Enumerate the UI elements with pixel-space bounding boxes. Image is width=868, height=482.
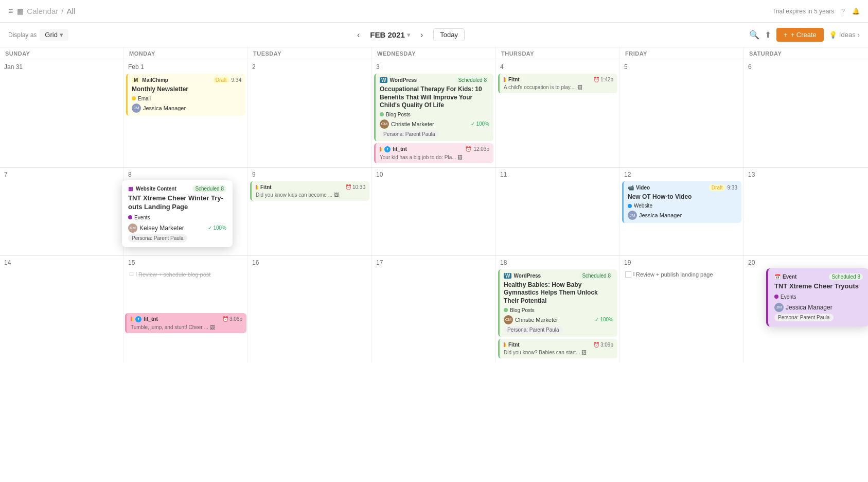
display-mode-selector[interactable]: Grid ▾: [40, 29, 68, 41]
avatar: KM: [128, 223, 137, 233]
day-feb15[interactable]: 15 ☐ Review + schedule blog post: [124, 256, 248, 363]
brand-name: Fitnt: [260, 184, 272, 190]
list-item[interactable]: Fitnt ⏰ 3:09p Did you know? Babies can s…: [498, 339, 617, 358]
day-feb18[interactable]: 18 W WordPress Scheduled 8 Healthy Babie…: [496, 256, 620, 363]
day-number: 20: [746, 258, 757, 267]
card-title: TNT Xtreme Cheer Tryouts: [774, 282, 863, 291]
card-snippet: Did you know kids can become ... 🖼: [256, 192, 365, 198]
day-feb6[interactable]: 6: [744, 60, 868, 167]
day-feb1[interactable]: Feb 1 M MailChimp Draft 9:34 Monthly New…: [124, 60, 248, 167]
top-nav: ≡ ▦ Calendar / All Trial expires in 5 ye…: [0, 0, 868, 23]
trial-text: Trial expires in 5 years: [772, 8, 834, 15]
day-number: 17: [374, 258, 385, 267]
lightbulb-icon: 💡: [829, 31, 837, 39]
list-item[interactable]: t fit_tnt ⏰ 12:03p Your kid has a big jo…: [374, 143, 493, 163]
card-brand: t fit_tnt: [380, 146, 407, 152]
hamburger-icon[interactable]: ≡: [8, 7, 13, 16]
time-label: 12:03p: [473, 146, 489, 152]
day-feb12[interactable]: 12 📹 Video Draft 9:33 New OT How-to Vide…: [620, 168, 744, 255]
create-button[interactable]: + + Create: [776, 28, 824, 42]
person-name: Christie Marketer: [515, 317, 558, 323]
expanded-card[interactable]: ▦ Website Content Scheduled 8 TNT Xtreme…: [122, 180, 233, 247]
today-button[interactable]: Today: [433, 28, 465, 41]
completion-pct: ✓ 100%: [595, 317, 613, 322]
card-brand: 📅 Event: [774, 274, 796, 280]
person-name: Jessica Manager: [639, 212, 682, 218]
week-row-1: Jan 31 Feb 1 M MailChimp Draft 9:34: [0, 60, 868, 168]
brand-name: WordPress: [389, 77, 417, 83]
ideas-button[interactable]: 💡 Ideas ›: [829, 31, 860, 39]
prev-month-button[interactable]: ‹: [353, 28, 364, 42]
brand-name: Fitnt: [508, 342, 520, 348]
day-feb9[interactable]: 9 Fitnt ⏰ 10:30: [248, 168, 372, 255]
brand-icon-small: [633, 271, 634, 277]
tag-label: Email: [138, 96, 151, 101]
day-number: 4: [498, 62, 506, 72]
calendar-container: SUNDAY MONDAY TUESDAY WEDNESDAY THURSDAY…: [0, 47, 868, 482]
list-item[interactable]: Fitnt ⏰ 10:30 Did you know kids can beco…: [250, 181, 369, 201]
list-item[interactable]: W WordPress Scheduled 8 Occupational The…: [374, 74, 493, 141]
card-brand: Fitnt: [504, 342, 520, 348]
card-snippet: A child's occupation is to play.... 🖼: [504, 84, 613, 90]
tag-dot: [128, 215, 132, 219]
day-feb4[interactable]: 4 Fitnt ⏰ 1:42p: [496, 60, 620, 167]
wordpress-logo: W: [380, 77, 387, 83]
time-label: 3:06p: [229, 316, 242, 322]
time-label: 1:42p: [600, 77, 613, 82]
day-feb13[interactable]: 13: [744, 168, 868, 255]
day-feb5[interactable]: 5: [620, 60, 744, 167]
header-monday: MONDAY: [124, 47, 248, 60]
fitnt-logo-small: [136, 271, 137, 277]
display-mode-value: Grid: [45, 31, 58, 39]
person-name: Kelsey Marketer: [139, 225, 184, 232]
bell-icon[interactable]: 🔔: [852, 8, 860, 15]
day-headers: SUNDAY MONDAY TUESDAY WEDNESDAY THURSDAY…: [0, 47, 868, 60]
day-feb7[interactable]: 7 +: [0, 168, 124, 255]
day-number: 10: [374, 170, 385, 179]
day-feb11[interactable]: 11: [496, 168, 620, 255]
day-number: 18: [498, 258, 509, 267]
twitter-icon: t: [384, 146, 391, 152]
search-button[interactable]: 🔍: [749, 30, 759, 40]
day-feb3[interactable]: 3 W WordPress Scheduled 8 Occupational T…: [372, 60, 496, 167]
card-title: Occupational Therapy For Kids: 10 Benefi…: [380, 85, 489, 110]
day-feb14[interactable]: 14: [0, 256, 124, 363]
list-item[interactable]: W WordPress Scheduled 8 Healthy Babies: …: [498, 269, 617, 337]
card-title: Monthly Newsletter: [132, 85, 241, 94]
list-item[interactable]: ☐ Review + schedule blog post: [126, 269, 245, 280]
list-item[interactable]: 📹 Video Draft 9:33 New OT How-to Video W…: [622, 181, 741, 223]
calendar-icon: ▦: [17, 7, 24, 15]
header-friday: FRIDAY: [620, 47, 744, 60]
tag-label: Events: [134, 215, 150, 220]
list-item[interactable]: M MailChimp Draft 9:34 Monthly Newslette…: [126, 74, 245, 116]
day-feb20[interactable]: 20 📅 Event Scheduled 8 TNT Xtreme Cheer …: [744, 256, 868, 363]
card-title: New OT How-to Video: [628, 193, 737, 201]
completion-pct: ✓ 100%: [208, 225, 226, 231]
mailchimp-logo: M: [132, 77, 140, 83]
tag-label: Blog Posts: [510, 307, 535, 313]
day-feb2[interactable]: 2: [248, 60, 372, 167]
persona-badge: Persona: Parent Paula: [128, 234, 187, 242]
day-feb17[interactable]: 17: [372, 256, 496, 363]
list-item[interactable]: Fitnt ⏰ 1:42p A child's occupation is to…: [498, 74, 617, 93]
time-label: 10:30: [352, 184, 365, 190]
day-feb19[interactable]: 19 Review + publish landing page: [620, 256, 744, 363]
next-month-button[interactable]: ›: [416, 28, 427, 42]
share-button[interactable]: ⬆: [765, 30, 771, 40]
expanded-event-card[interactable]: 📅 Event Scheduled 8 TNT Xtreme Cheer Try…: [766, 268, 868, 326]
tag-dot: [774, 295, 778, 299]
day-feb16[interactable]: 16: [248, 256, 372, 363]
day-jan31[interactable]: Jan 31: [0, 60, 124, 167]
tag-dot: [628, 204, 632, 208]
day-number: Feb 1: [126, 62, 146, 72]
card-brand: W WordPress: [380, 77, 417, 83]
brand-name: fit_tnt: [144, 316, 158, 322]
list-item[interactable]: t fit_tnt ⏰ 3:06p Tumble, jump, and stun…: [124, 312, 247, 334]
day-feb10[interactable]: 10: [372, 168, 496, 255]
list-item[interactable]: Review + publish landing page: [622, 269, 741, 280]
day-feb8[interactable]: 8 ▦ Website Content Scheduled 8 TNT Xtre…: [124, 168, 248, 255]
help-icon[interactable]: ?: [841, 8, 845, 15]
day-number: 15: [126, 258, 137, 267]
avatar: JM: [132, 104, 141, 113]
month-title[interactable]: FEB 2021 ▾: [370, 30, 410, 39]
